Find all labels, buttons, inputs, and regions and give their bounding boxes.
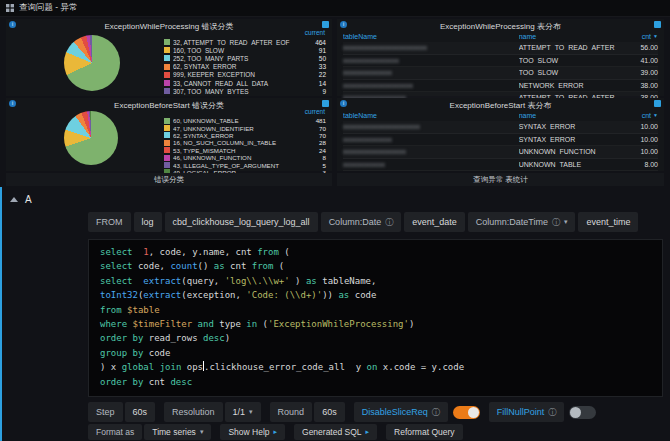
panel-exception-while-processing-pie: i ExceptionWhileProcessing 错误分类 current … [6, 19, 332, 96]
series-label[interactable]: 999, KEEPER_EXCEPTION [173, 71, 316, 78]
cell-tablename: xxxxxxxxxxxxxx [343, 136, 519, 143]
column-date-label[interactable]: Column:Dateⓘ [321, 212, 402, 232]
series-label[interactable]: 160, TOO_SLOW [173, 47, 316, 54]
col-header-tablename[interactable]: tableName [343, 33, 519, 40]
legend-item[interactable]: 53, TYPE_MISMATCH24 [164, 147, 326, 154]
series-label[interactable]: 60, UNKNOWN_TABLE [173, 117, 313, 124]
cell-name: TOO_SLOW [519, 69, 618, 76]
legend-item[interactable]: 46, UNKNOWN_FUNCTION8 [164, 154, 326, 161]
generated-sql-button[interactable]: Generated SQL▸ [294, 424, 377, 440]
sql-editor[interactable]: select 1, code, y.name, cnt from (select… [88, 239, 663, 397]
col-header-name[interactable]: name [519, 112, 618, 119]
legend-item[interactable]: 252, TOO_MANY_PARTS50 [164, 54, 326, 62]
series-label[interactable]: 47, UNKNOWN_IDENTIFIER [173, 125, 316, 132]
panel-info-icon[interactable]: i [340, 21, 347, 28]
dashboard-title[interactable]: 查询问题 - 异常 [19, 2, 78, 14]
chevron-down-icon: ▾ [249, 408, 253, 416]
series-label[interactable]: 62, SYNTAX_ERROR [173, 63, 316, 70]
series-label[interactable]: 46, UNKNOWN_FUNCTION [173, 154, 320, 161]
series-value: 22 [319, 71, 326, 78]
col-header-cnt[interactable]: cnt▼ [618, 112, 658, 119]
legend-item[interactable]: 62, SYNTAX_ERROR70 [164, 132, 326, 139]
cell-name: TOO_SLOW [519, 57, 618, 64]
series-label[interactable]: 33, CANNOT_READ_ALL_DATA [173, 80, 316, 87]
col-header-cnt[interactable]: cnt▼ [618, 33, 658, 40]
series-label[interactable]: 53, TYPE_MISMATCH [173, 147, 316, 154]
col-header-tablename[interactable]: tableName [343, 112, 519, 119]
info-icon[interactable]: ⓘ [432, 407, 440, 418]
series-label[interactable]: 307, TOO_MANY_BYTES [173, 88, 319, 95]
series-color-swatch [164, 132, 170, 138]
legend-current-header[interactable]: current [164, 29, 326, 38]
legend-item[interactable]: 16, NO_SUCH_COLUMN_IN_TABLE28 [164, 139, 326, 146]
panel-menu-icon[interactable] [654, 100, 661, 107]
series-color-swatch [164, 88, 170, 94]
series-label[interactable]: 62, SYNTAX_ERROR [173, 132, 316, 139]
round-input[interactable]: 60s [314, 402, 345, 422]
collapse-query-icon[interactable] [10, 197, 18, 202]
reformat-query-button[interactable]: Reformat Query [386, 424, 462, 440]
series-label[interactable]: 32, ATTEMPT_TO_READ_AFTER_EOF [173, 39, 312, 46]
code-line: group by code [100, 346, 651, 360]
fill-null-point-label: FillNullPointⓘ [489, 402, 565, 422]
cell-cnt: 56.00 [618, 44, 658, 51]
panel-menu-icon[interactable] [654, 21, 661, 28]
cell-tablename: xxxxxxxxxxxx [343, 161, 519, 168]
table-row: xxxxxxxxxxxxxxxxxxxxNETWORK_ERROR38.00 [343, 80, 658, 93]
resolution-select[interactable]: 1/1▾ [225, 402, 261, 422]
date-column-segment[interactable]: event_date [404, 212, 465, 232]
legend-item[interactable]: 62, SYNTAX_ERROR33 [164, 63, 326, 71]
legend-item[interactable]: 43, ILLEGAL_TYPE_OF_ARGUMENT5 [164, 161, 326, 168]
panel-info-icon[interactable]: i [9, 100, 16, 107]
legend-item[interactable]: 47, UNKNOWN_IDENTIFIER70 [164, 124, 326, 131]
legend-item[interactable]: 33, CANNOT_READ_ALL_DATA14 [164, 79, 326, 87]
panel-info-icon[interactable]: i [9, 21, 16, 28]
from-label[interactable]: FROM [88, 212, 131, 232]
pie-chart[interactable] [64, 111, 118, 165]
data-table: tableName name cnt▼ xxxxxxxxxxxxxxxxxxxx… [343, 31, 658, 94]
legend-item[interactable]: 32, ATTEMPT_TO_READ_AFTER_EOF464 [164, 38, 326, 46]
top-nav-bar: 查询问题 - 异常 [0, 0, 670, 17]
format-row: Format as Time series▾ Show Help▸ Genera… [88, 424, 472, 440]
col-header-name[interactable]: name [519, 33, 618, 40]
round-label: Round [270, 402, 313, 422]
dashboard-icon[interactable] [6, 4, 14, 12]
legend-item[interactable]: 999, KEEPER_EXCEPTION22 [164, 71, 326, 79]
series-label[interactable]: 252, TOO_MANY_PARTS [173, 55, 316, 62]
table-body: xxxxxxxxxxxxxxxxxxxxxxSYNTAX_ERROR10.00x… [343, 121, 658, 171]
query-builder-row: FROMlogcbd_clickhouse_log_query_log_allC… [88, 212, 638, 232]
disable-slice-req-label: DisableSliceReqⓘ [354, 402, 448, 422]
series-label[interactable]: 43, ILLEGAL_TYPE_OF_ARGUMENT [173, 162, 320, 169]
pie-chart[interactable] [64, 35, 120, 91]
table-row: xxxxxxxxxxxxUNKNOWN_TABLE8.00 [343, 159, 658, 172]
series-value: 14 [319, 80, 326, 87]
legend-item[interactable]: 60, UNKNOWN_TABLE481 [164, 117, 326, 124]
panel-info-icon[interactable]: i [340, 100, 347, 107]
row-title-error-classification[interactable]: 错误分类 [6, 173, 332, 186]
legend-item[interactable]: 307, TOO_MANY_BYTES9 [164, 87, 326, 95]
format-as-select[interactable]: Time series▾ [144, 424, 211, 440]
cell-cnt: 38.00 [618, 82, 658, 89]
fill-null-point-toggle[interactable] [569, 406, 596, 419]
cell-name: SYNTAX_ERROR [519, 136, 618, 143]
disable-slice-req-toggle[interactable] [453, 406, 480, 419]
table-segment[interactable]: cbd_clickhouse_log_query_log_all [165, 212, 318, 232]
panel-menu-icon[interactable] [322, 21, 329, 28]
query-options-row: Step 60s Resolution 1/1▾ Round 60s Disab… [88, 402, 605, 422]
cell-cnt: 8.00 [618, 161, 658, 168]
row-title-query-table-stats[interactable]: 查询异常 表统计 [337, 173, 664, 186]
column-datetime-label[interactable]: Column:DateTimeⓘ▾ [468, 212, 576, 232]
database-segment[interactable]: log [134, 212, 162, 232]
cell-cnt: 10.00 [618, 136, 658, 143]
info-icon[interactable]: ⓘ [548, 407, 556, 418]
series-label[interactable]: 16, NO_SUCH_COLUMN_IN_TABLE [173, 139, 316, 146]
step-input[interactable]: 60s [125, 402, 156, 422]
query-ref-label[interactable]: A [25, 194, 32, 205]
legend-current-header[interactable]: current [164, 108, 326, 117]
code-line: select code, count() as cnt from ( [100, 259, 651, 273]
datetime-column-segment[interactable]: event_time [578, 212, 638, 232]
panel-menu-icon[interactable] [322, 100, 329, 107]
show-help-button[interactable]: Show Help▸ [220, 424, 285, 440]
series-value: 28 [319, 139, 326, 146]
legend-item[interactable]: 160, TOO_SLOW91 [164, 46, 326, 54]
